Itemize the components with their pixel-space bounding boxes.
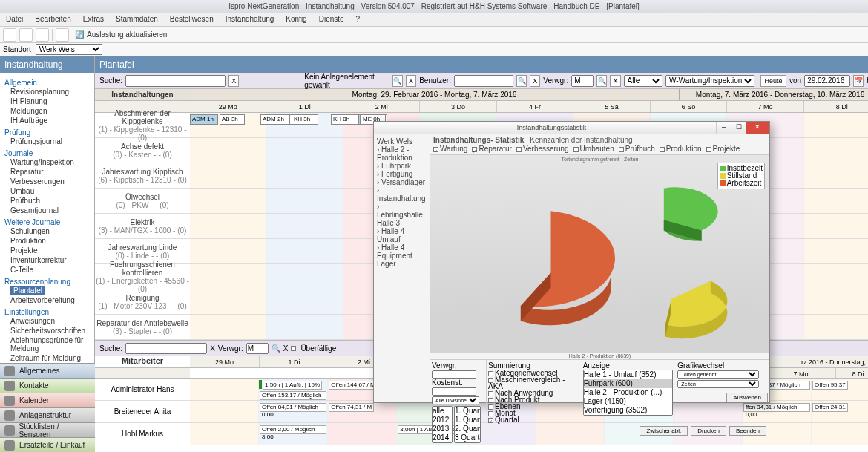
benutzer-pick[interactable]: 🔍 xyxy=(516,75,527,87)
dlg-zeiten-select[interactable]: Zeiten xyxy=(677,380,759,388)
heute-button[interactable]: Heute xyxy=(760,75,786,87)
dlg-tree-item[interactable]: Halle 3 xyxy=(377,219,427,227)
dlg-verwgr-input[interactable] xyxy=(432,370,476,379)
verwgr-input[interactable] xyxy=(571,75,594,87)
nav-item[interactable]: Reparatur xyxy=(4,167,90,177)
nav-item[interactable]: IH Aufträge xyxy=(4,116,90,125)
gantt-bar[interactable]: ADM 1h xyxy=(190,114,218,125)
dlg-tab-stats[interactable]: Instandhaltungs- Statistik xyxy=(433,136,524,144)
date-input[interactable] xyxy=(804,75,850,87)
dlg-tree-item[interactable]: › Halle 4 xyxy=(377,243,427,252)
nav-item[interactable]: Prüfbuch xyxy=(4,196,90,206)
dlg-check[interactable]: Verbesserung xyxy=(516,145,569,153)
dlg-kost-input[interactable] xyxy=(432,387,476,396)
nav-item[interactable]: Zeitraum für Meldung xyxy=(4,353,90,363)
mit-bar[interactable]: 1,50h | 1 Auftr. | 15% xyxy=(263,381,322,390)
standort-select[interactable]: Werk Wels xyxy=(36,44,102,55)
bottom-kontakte[interactable]: Kontakte xyxy=(0,378,95,393)
dlg-tree-item[interactable]: Werk Wels xyxy=(377,137,427,145)
verwgr2-pick[interactable]: 🔍 xyxy=(272,344,280,353)
menu-bearbeiten[interactable]: Bearbeiten xyxy=(29,13,76,26)
menu-instandhaltung[interactable]: Instandhaltung xyxy=(220,13,280,26)
mit-bar[interactable]: Offen 2,00 / Möglich 8,00 xyxy=(260,425,326,434)
dialog-tree[interactable]: Werk Wels › Halle 2 - Produktion › Fuhrp… xyxy=(374,134,430,410)
verwgr-clear[interactable]: X xyxy=(610,75,620,87)
menu-bestellwesen[interactable]: Bestellwesen xyxy=(164,13,220,26)
nav-item[interactable]: Produktion xyxy=(4,236,90,246)
zwischenabl-button[interactable]: Zwischenabl. xyxy=(640,426,688,436)
nav-item[interactable]: Inventurkorrektur xyxy=(4,255,90,265)
dlg-tree-item[interactable]: › Fertigung xyxy=(377,170,427,178)
nav-item[interactable]: Revisionsplanung xyxy=(4,87,90,96)
verwgr2-input[interactable] xyxy=(246,343,269,354)
dlg-tree-item[interactable]: › Instandhaltung xyxy=(377,186,427,203)
dlg-tree-item[interactable]: › Lehrlingshalle xyxy=(377,203,427,219)
nav-item[interactable]: Projekte xyxy=(4,246,90,255)
tb-btn-1[interactable] xyxy=(3,28,16,42)
nav-item[interactable]: IH Planung xyxy=(4,96,90,106)
dlg-tree-item[interactable]: › Halle 4 - Umlauf xyxy=(377,227,427,243)
dlg-check[interactable]: Prüfbuch xyxy=(619,145,655,153)
dlg-tab-kenn[interactable]: Kennzahlen der Instandhaltung xyxy=(530,136,632,144)
dlg-check[interactable]: Produktion xyxy=(660,145,702,153)
tb-btn-4[interactable] xyxy=(56,28,69,42)
nav-item[interactable]: Anweisungen xyxy=(4,316,90,326)
nav-item[interactable]: Schulungen xyxy=(4,226,90,236)
menu-stammdaten[interactable]: Stammdaten xyxy=(110,13,164,26)
elem-pick[interactable]: 🔍 xyxy=(392,75,403,87)
sum-item[interactable]: Maschinenvergleich - AKA xyxy=(488,376,579,390)
mit-bar[interactable]: Offen 153,17 / Möglich 0,00 xyxy=(260,391,326,400)
dlg-tree-item[interactable]: › Halle 2 - Produktion xyxy=(377,145,427,162)
nav-item[interactable]: Wartung/Inspektion xyxy=(4,157,90,167)
benutzer-clear[interactable]: X xyxy=(530,75,540,87)
gantt-bar[interactable]: KH 3h xyxy=(292,114,318,125)
benutzer-input[interactable] xyxy=(454,75,513,87)
nav-item-plantafel[interactable]: Plantafel xyxy=(10,286,45,295)
tb-btn-3[interactable] xyxy=(36,28,49,42)
menu-extras[interactable]: Extras xyxy=(77,13,110,26)
filter-select[interactable]: W-Wartung/Inspektion, v xyxy=(665,75,754,87)
bottom-ersatz[interactable]: Ersatzteile / Einkauf xyxy=(0,437,95,452)
gantt-bar[interactable]: AB 3h xyxy=(220,114,245,125)
suche2-clear[interactable]: X xyxy=(210,344,215,353)
mit-bar[interactable]: Offen 144,67 / M xyxy=(329,381,377,390)
tb-btn-2[interactable] xyxy=(19,28,33,42)
mit-bar[interactable]: Offen 95,37 xyxy=(812,381,848,390)
nav-item[interactable]: C-Teile xyxy=(4,265,90,275)
nav-item[interactable]: Sicherheitsvorschriften xyxy=(4,326,90,335)
beenden-button[interactable]: Beenden xyxy=(729,426,766,436)
nav-item[interactable]: Arbeitsvorbereitung xyxy=(4,295,90,305)
nav-item[interactable]: Meldungen xyxy=(4,106,90,116)
nav-item[interactable]: Ablehnungsgründe für Meldung xyxy=(4,335,90,353)
suche2-input[interactable] xyxy=(125,343,207,354)
verwgr-pick[interactable]: 🔍 xyxy=(596,75,607,87)
dlg-quarter-list[interactable]: 1. Quartal1. Quartal2. Quartal3 Quartal4… xyxy=(454,406,481,443)
dlg-tree-item[interactable]: Equipment Lager xyxy=(377,252,427,268)
bottom-stueckliste[interactable]: Stücklisten / Sensoren xyxy=(0,422,95,437)
mit-bar[interactable]: Offen 24,31 xyxy=(812,403,848,412)
dialog-min[interactable]: – xyxy=(716,122,731,134)
suche-input[interactable] xyxy=(125,75,226,87)
nav-journale[interactable]: Journale xyxy=(4,149,90,157)
gantt-bar[interactable]: KH 0h xyxy=(331,114,359,125)
nav-item[interactable]: Verbesserungen xyxy=(4,177,90,186)
nav-ressourcen[interactable]: Ressourcenplanung xyxy=(4,278,90,286)
dlg-check[interactable]: Projekte xyxy=(706,145,740,153)
dlg-check[interactable]: Umbauten xyxy=(573,145,614,153)
dialog-close[interactable]: ✕ xyxy=(746,122,769,134)
verwgr2-clear[interactable]: X xyxy=(283,344,289,353)
bottom-kalender[interactable]: Kalender xyxy=(0,393,95,407)
dialog-max[interactable]: ☐ xyxy=(731,122,746,134)
nav-item[interactable]: Prüfungsjournal xyxy=(4,137,90,146)
dlg-check[interactable]: Reparatur xyxy=(472,145,511,153)
dlg-tree-item[interactable]: › Versandlager xyxy=(377,178,427,186)
bottom-allgemeines[interactable]: Allgemeines xyxy=(0,363,95,378)
mit-bar[interactable]: Offen 74,31 / M xyxy=(329,403,374,412)
nav-einstellungen[interactable]: Einstellungen xyxy=(4,308,90,316)
stats-dialog[interactable]: Instandhaltungsstatistik – ☐ ✕ Werk Wels… xyxy=(373,121,770,403)
alle-select[interactable]: Alle xyxy=(624,75,662,87)
date-pick[interactable]: 📅 xyxy=(853,75,864,87)
nav-item[interactable]: Gesamtjournal xyxy=(4,206,90,215)
nav-item[interactable]: Umbau xyxy=(4,186,90,196)
dlg-year-list[interactable]: alle20122013201420152016 xyxy=(432,406,453,443)
